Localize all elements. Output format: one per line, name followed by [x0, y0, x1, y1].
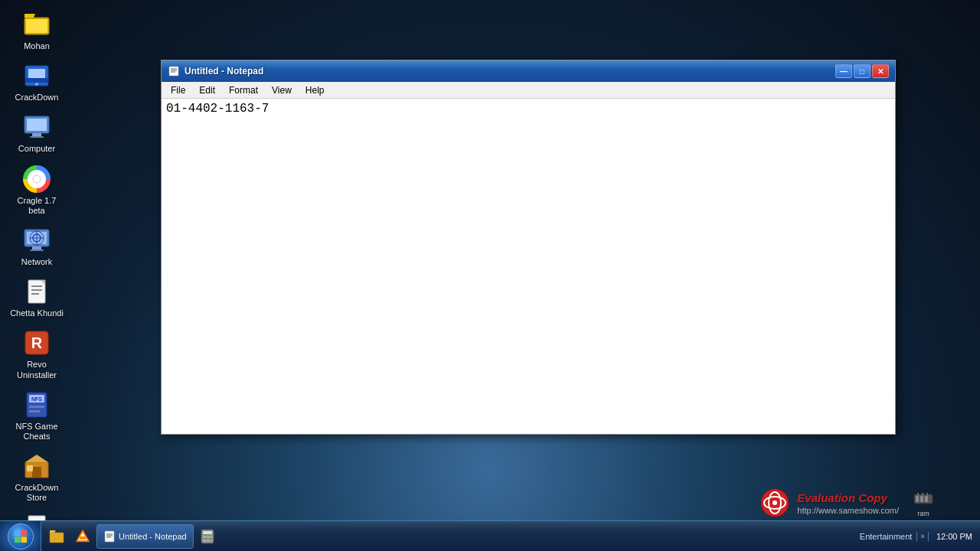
svg-rect-44	[169, 67, 178, 76]
ram-icon	[913, 488, 934, 510]
watermark-area: Evaluation Copy http://www.sameshow.com/…	[759, 487, 934, 519]
desktop-icon-network[interactable]: Network	[6, 222, 67, 270]
desktop-icon-nfs-cheats[interactable]: NFS NFS Game Cheats	[6, 386, 67, 445]
svg-rect-9	[32, 133, 41, 136]
menu-help[interactable]: Help	[299, 83, 331, 97]
computer-label: Computer	[18, 144, 55, 154]
entertainment-label[interactable]: Entertainment	[855, 532, 917, 541]
svg-rect-2	[26, 19, 47, 33]
computer-icon	[21, 112, 52, 142]
notepad-content-area: 01-4402-1163-7	[162, 99, 895, 434]
svg-rect-19	[32, 246, 41, 249]
window-titlebar: Untitled - Notepad — □ ✕	[162, 60, 895, 82]
evaluation-copy-text: Evaluation Copy	[797, 491, 899, 504]
maximize-button[interactable]: □	[854, 64, 871, 78]
svg-rect-60	[21, 530, 27, 536]
svg-rect-78	[207, 540, 210, 542]
svg-rect-73	[203, 531, 212, 534]
svg-marker-34	[25, 455, 48, 462]
svg-text:NFS: NFS	[31, 396, 42, 402]
svg-rect-56	[917, 493, 919, 496]
svg-rect-55	[925, 496, 928, 502]
ram-label: ram	[917, 510, 929, 517]
crackdown-store-icon	[21, 451, 52, 481]
notepad-title-icon	[168, 65, 180, 77]
notepad-window: Untitled - Notepad — □ ✕ File Edit Forma…	[161, 60, 896, 435]
svg-rect-61	[15, 536, 21, 543]
svg-rect-30	[29, 406, 44, 408]
menu-file[interactable]: File	[165, 83, 191, 97]
menu-edit[interactable]: Edit	[193, 83, 221, 97]
svg-rect-68	[105, 531, 114, 542]
close-button[interactable]: ✕	[872, 64, 889, 78]
svg-rect-62	[21, 536, 27, 543]
svg-rect-36	[27, 465, 33, 471]
cragle-label: Cragle 1.7 beta	[9, 196, 64, 216]
svg-rect-10	[30, 136, 44, 138]
nfs-cheats-icon: NFS	[21, 390, 52, 420]
desktop-icon-computer[interactable]: Computer	[6, 109, 67, 157]
menu-format[interactable]: Format	[223, 83, 264, 97]
svg-rect-21	[28, 280, 45, 303]
taskbar-notepad-label: Untitled - Notepad	[119, 532, 187, 541]
clock: 12:00 PM	[936, 532, 972, 541]
desktop-icon-mohan[interactable]: Mohan	[6, 6, 67, 54]
svg-point-51	[773, 500, 777, 505]
mohan-label: Mohan	[24, 41, 50, 51]
minimize-button[interactable]: —	[835, 64, 852, 78]
svg-rect-35	[32, 467, 41, 478]
chetta-khundi-label: Chetta Khundi	[10, 308, 64, 318]
crackdown-store-label: CrackDown Store	[9, 483, 64, 503]
svg-rect-75	[207, 536, 210, 538]
taskbar-notepad-active[interactable]: Untitled - Notepad	[96, 524, 194, 549]
svg-rect-63	[50, 533, 64, 543]
svg-rect-74	[203, 536, 206, 538]
crackdown-icon	[21, 60, 52, 91]
revo-label: Revo Uninstaller	[9, 360, 64, 380]
taskbar-vlc-icon[interactable]	[70, 524, 95, 549]
svg-rect-59	[15, 530, 21, 536]
svg-rect-79	[211, 540, 212, 542]
network-icon	[21, 225, 52, 256]
taskbar-items: Untitled - Notepad	[41, 521, 855, 551]
crackdown-label: CrackDown	[15, 93, 59, 103]
taskbar-calc-icon[interactable]	[195, 524, 220, 549]
chetta-khundi-icon	[21, 276, 52, 307]
mohan-icon	[21, 9, 52, 40]
windows-logo	[14, 530, 28, 543]
svg-rect-5	[25, 78, 48, 83]
svg-text:R: R	[31, 334, 43, 351]
svg-rect-8	[27, 119, 47, 131]
menu-view[interactable]: View	[266, 83, 298, 97]
desktop-icon-revo[interactable]: R Revo Uninstaller	[6, 324, 67, 383]
expand-icon[interactable]: »	[917, 532, 928, 540]
start-orb	[8, 523, 34, 549]
svg-marker-1	[24, 14, 35, 18]
svg-point-6	[35, 83, 38, 86]
svg-marker-64	[50, 530, 56, 533]
desktop-icon-chetta-khundi[interactable]: Chetta Khundi	[6, 273, 67, 321]
window-title-left: Untitled - Notepad	[168, 65, 263, 77]
sameshow-logo	[759, 487, 791, 519]
desktop-icon-crackdown-store[interactable]: CrackDown Store	[6, 448, 67, 506]
window-title-text: Untitled - Notepad	[185, 66, 263, 77]
nfs-cheats-label: NFS Game Cheats	[9, 422, 64, 442]
window-controls: — □ ✕	[835, 64, 889, 78]
network-label: Network	[21, 257, 52, 267]
start-button[interactable]	[0, 521, 41, 552]
taskbar-folder-icon[interactable]	[44, 524, 69, 549]
svg-rect-4	[28, 69, 45, 80]
desktop-icon-cragle[interactable]: Cragle 1.7 beta	[6, 161, 67, 219]
taskbar: Untitled - Notepad Entertainment »	[0, 520, 980, 551]
taskbar-right: Entertainment » 12:00 PM	[855, 521, 980, 551]
revo-icon: R	[21, 328, 52, 358]
desktop-icon-crackdown[interactable]: CrackDown	[6, 57, 67, 106]
desktop-icons-area: Mohan CrackDown	[0, 0, 130, 520]
cragle-icon	[21, 164, 52, 194]
svg-rect-67	[80, 536, 86, 540]
svg-rect-31	[29, 410, 40, 412]
svg-rect-20	[30, 249, 44, 251]
svg-point-12	[33, 175, 41, 183]
notepad-textarea[interactable]: 01-4402-1163-7	[162, 99, 895, 434]
desktop: Mohan CrackDown	[0, 0, 980, 551]
